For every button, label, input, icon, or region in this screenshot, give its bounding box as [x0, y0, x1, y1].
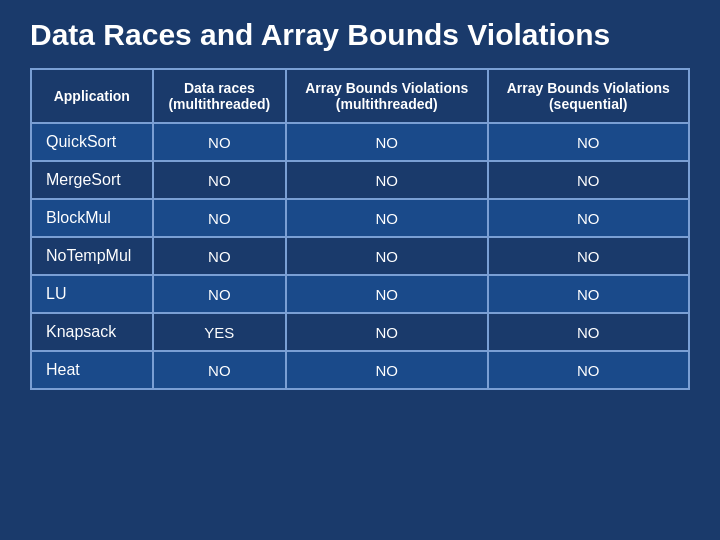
- cell-application: Knapsack: [31, 313, 153, 351]
- cell-application: NoTempMul: [31, 237, 153, 275]
- table-row: LUNONONO: [31, 275, 689, 313]
- cell-array-bounds-seq: NO: [488, 351, 690, 389]
- cell-array-bounds-seq: NO: [488, 313, 690, 351]
- cell-array-bounds-seq: NO: [488, 161, 690, 199]
- cell-application: QuickSort: [31, 123, 153, 161]
- cell-data-races: NO: [153, 161, 286, 199]
- table-row: BlockMulNONONO: [31, 199, 689, 237]
- page-title: Data Races and Array Bounds Violations: [30, 18, 690, 52]
- cell-array-bounds-mt: NO: [286, 313, 487, 351]
- cell-array-bounds-mt: NO: [286, 199, 487, 237]
- cell-array-bounds-mt: NO: [286, 237, 487, 275]
- table-row: NoTempMulNONONO: [31, 237, 689, 275]
- cell-array-bounds-seq: NO: [488, 237, 690, 275]
- table-row: KnapsackYESNONO: [31, 313, 689, 351]
- table-row: QuickSortNONONO: [31, 123, 689, 161]
- cell-data-races: NO: [153, 351, 286, 389]
- col-header-data-races: Data races(multithreaded): [153, 69, 286, 123]
- cell-array-bounds-seq: NO: [488, 199, 690, 237]
- table-header: Application Data races(multithreaded) Ar…: [31, 69, 689, 123]
- col-header-array-bounds-seq: Array Bounds Violations(sequential): [488, 69, 690, 123]
- cell-application: Heat: [31, 351, 153, 389]
- cell-array-bounds-seq: NO: [488, 123, 690, 161]
- cell-application: MergeSort: [31, 161, 153, 199]
- table-row: HeatNONONO: [31, 351, 689, 389]
- cell-data-races: NO: [153, 275, 286, 313]
- col-header-array-bounds-mt: Array Bounds Violations(multithreaded): [286, 69, 487, 123]
- cell-array-bounds-mt: NO: [286, 161, 487, 199]
- col-header-application: Application: [31, 69, 153, 123]
- cell-data-races: NO: [153, 123, 286, 161]
- cell-array-bounds-mt: NO: [286, 351, 487, 389]
- table-body: QuickSortNONONOMergeSortNONONOBlockMulNO…: [31, 123, 689, 389]
- data-table: Application Data races(multithreaded) Ar…: [30, 68, 690, 390]
- cell-array-bounds-mt: NO: [286, 275, 487, 313]
- cell-data-races: NO: [153, 199, 286, 237]
- cell-array-bounds-mt: NO: [286, 123, 487, 161]
- table-row: MergeSortNONONO: [31, 161, 689, 199]
- cell-application: BlockMul: [31, 199, 153, 237]
- cell-data-races: NO: [153, 237, 286, 275]
- cell-array-bounds-seq: NO: [488, 275, 690, 313]
- cell-application: LU: [31, 275, 153, 313]
- cell-data-races: YES: [153, 313, 286, 351]
